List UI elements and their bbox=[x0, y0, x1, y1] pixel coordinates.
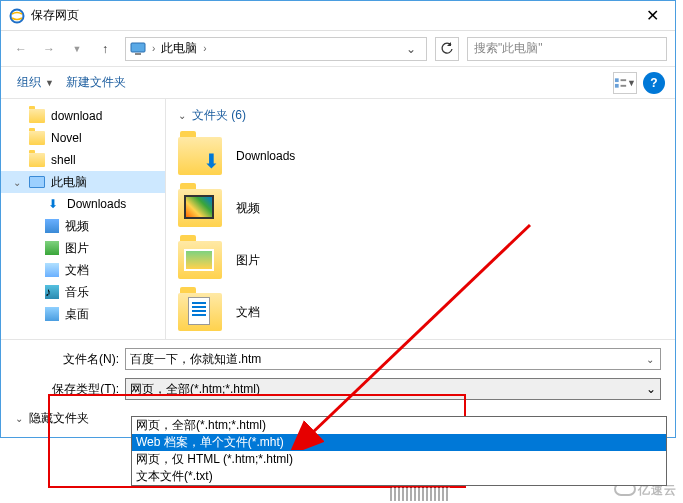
filetype-combo[interactable]: 网页，全部(*.htm;*.html) ⌄ bbox=[125, 378, 661, 400]
window-title: 保存网页 bbox=[31, 7, 630, 24]
address-dropdown-icon[interactable]: ⌄ bbox=[400, 42, 422, 56]
toolbar: 组织 ▼ 新建文件夹 ▼ ? bbox=[1, 67, 675, 99]
file-list[interactable]: ⌄ 文件夹 (6) ⬇Downloads视频图片文档 bbox=[166, 99, 675, 339]
filetype-option[interactable]: 文本文件(*.txt) bbox=[132, 468, 666, 485]
back-button[interactable]: ← bbox=[9, 37, 33, 61]
tree-item-label: Novel bbox=[51, 131, 82, 145]
search-placeholder: 搜索"此电脑" bbox=[474, 40, 543, 57]
folder-label: 图片 bbox=[236, 252, 260, 269]
filetype-option[interactable]: Web 档案，单个文件(*.mht) bbox=[132, 434, 666, 451]
tree-item-此电脑[interactable]: ⌄此电脑 bbox=[1, 171, 165, 193]
tree-item-视频[interactable]: 视频 bbox=[1, 215, 165, 237]
svg-rect-6 bbox=[621, 84, 627, 86]
tree-item-shell[interactable]: shell bbox=[1, 149, 165, 171]
nav-bar: ← → ▼ ↑ › 此电脑 › ⌄ 搜索"此电脑" bbox=[1, 31, 675, 67]
tree-item-桌面[interactable]: 桌面 bbox=[1, 303, 165, 325]
svg-rect-1 bbox=[131, 43, 145, 52]
address-bar[interactable]: › 此电脑 › ⌄ bbox=[125, 37, 427, 61]
svg-rect-4 bbox=[615, 83, 619, 87]
chevron-down-icon: ▼ bbox=[45, 78, 54, 88]
new-folder-button[interactable]: 新建文件夹 bbox=[60, 72, 132, 93]
music-icon: ♪ bbox=[45, 285, 59, 299]
chevron-down-icon: ▼ bbox=[627, 78, 636, 88]
chevron-down-icon[interactable]: ⌄ bbox=[644, 354, 656, 365]
titlebar: 保存网页 ✕ bbox=[1, 1, 675, 31]
svg-point-0 bbox=[11, 9, 24, 22]
tree-item-label: 桌面 bbox=[65, 306, 89, 323]
folder-icon bbox=[29, 153, 45, 167]
tree-item-Downloads[interactable]: ⬇Downloads bbox=[1, 193, 165, 215]
tree-item-Novel[interactable]: Novel bbox=[1, 127, 165, 149]
refresh-button[interactable] bbox=[435, 37, 459, 61]
folder-label: 文档 bbox=[236, 304, 260, 321]
chevron-down-icon[interactable]: ⌄ bbox=[646, 382, 656, 396]
tree-item-download[interactable]: download bbox=[1, 105, 165, 127]
picture-icon bbox=[184, 249, 214, 271]
filetype-label: 保存类型(T): bbox=[15, 381, 125, 398]
qr-fragment bbox=[390, 487, 450, 501]
svg-rect-5 bbox=[621, 79, 627, 81]
expand-icon[interactable]: ⌄ bbox=[13, 177, 21, 188]
tree-item-label: 文档 bbox=[65, 262, 89, 279]
folder-item-图片[interactable]: 图片 bbox=[178, 238, 663, 282]
pc-icon bbox=[29, 176, 45, 188]
up-button[interactable]: ↑ bbox=[93, 37, 117, 61]
forward-button: → bbox=[37, 37, 61, 61]
download-icon: ⬇ bbox=[45, 198, 61, 210]
tree-item-文档[interactable]: 文档 bbox=[1, 259, 165, 281]
folder-label: Downloads bbox=[236, 149, 295, 163]
body-area: downloadNovelshell⌄此电脑⬇Downloads视频图片文档♪音… bbox=[1, 99, 675, 339]
tree-item-label: Downloads bbox=[67, 197, 126, 211]
folder-item-文档[interactable]: 文档 bbox=[178, 290, 663, 334]
folder-label: 视频 bbox=[236, 200, 260, 217]
filetype-option[interactable]: 网页，仅 HTML (*.htm;*.html) bbox=[132, 451, 666, 468]
chevron-right-icon: › bbox=[201, 43, 208, 54]
recent-dropdown[interactable]: ▼ bbox=[65, 37, 89, 61]
ie-icon bbox=[9, 8, 25, 24]
svg-rect-2 bbox=[135, 53, 141, 55]
help-button[interactable]: ? bbox=[643, 72, 665, 94]
tree-item-label: download bbox=[51, 109, 102, 123]
chevron-down-icon: ⌄ bbox=[178, 110, 186, 121]
svg-rect-3 bbox=[615, 78, 619, 82]
tree-item-label: 此电脑 bbox=[51, 174, 87, 191]
organize-button[interactable]: 组织 ▼ bbox=[11, 72, 60, 93]
tree-item-label: 图片 bbox=[65, 240, 89, 257]
folder-icon bbox=[29, 131, 45, 145]
video-icon bbox=[45, 219, 59, 233]
group-header[interactable]: ⌄ 文件夹 (6) bbox=[178, 107, 663, 124]
folder-item-视频[interactable]: 视频 bbox=[178, 186, 663, 230]
document-icon bbox=[188, 297, 210, 325]
tree-item-音乐[interactable]: ♪音乐 bbox=[1, 281, 165, 303]
pc-icon bbox=[130, 41, 146, 57]
tree-item-label: 音乐 bbox=[65, 284, 89, 301]
desktop-icon bbox=[45, 307, 59, 321]
folder-icon: ⬇ bbox=[178, 137, 222, 175]
filename-input[interactable]: 百度一下，你就知道.htm ⌄ bbox=[125, 348, 661, 370]
folder-icon bbox=[178, 189, 222, 227]
search-input[interactable]: 搜索"此电脑" bbox=[467, 37, 667, 61]
picture-icon bbox=[45, 241, 59, 255]
filename-label: 文件名(N): bbox=[15, 351, 125, 368]
filetype-dropdown[interactable]: 网页，全部(*.htm;*.html)Web 档案，单个文件(*.mht)网页，… bbox=[131, 416, 667, 486]
nav-tree[interactable]: downloadNovelshell⌄此电脑⬇Downloads视频图片文档♪音… bbox=[1, 99, 166, 339]
chevron-down-icon: ⌄ bbox=[15, 413, 23, 424]
save-dialog: 保存网页 ✕ ← → ▼ ↑ › 此电脑 › ⌄ 搜索"此电脑" 组织 ▼ bbox=[0, 0, 676, 438]
view-mode-button[interactable]: ▼ bbox=[613, 72, 637, 94]
tree-item-label: shell bbox=[51, 153, 76, 167]
document-icon bbox=[45, 263, 59, 277]
tree-item-图片[interactable]: 图片 bbox=[1, 237, 165, 259]
folder-icon bbox=[178, 241, 222, 279]
close-button[interactable]: ✕ bbox=[630, 1, 675, 31]
folder-icon bbox=[178, 293, 222, 331]
tree-item-label: 视频 bbox=[65, 218, 89, 235]
download-icon: ⬇ bbox=[203, 149, 220, 173]
folder-icon bbox=[29, 109, 45, 123]
breadcrumb-item[interactable]: 此电脑 bbox=[157, 40, 201, 57]
folder-item-Downloads[interactable]: ⬇Downloads bbox=[178, 134, 663, 178]
filetype-option[interactable]: 网页，全部(*.htm;*.html) bbox=[132, 417, 666, 434]
video-icon bbox=[184, 195, 214, 219]
chevron-right-icon: › bbox=[150, 43, 157, 54]
